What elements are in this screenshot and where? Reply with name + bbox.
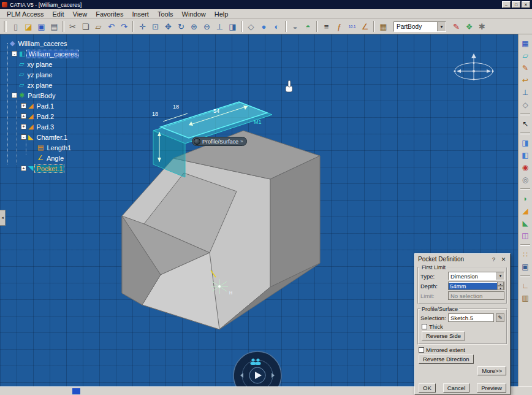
menu-insert[interactable]: Insert [127, 10, 153, 18]
formula-icon[interactable]: ƒ [333, 20, 346, 33]
tree-item-pocket-1[interactable]: +◥Pocket.1 [1, 163, 112, 174]
dimension-width-label[interactable]: 54 [213, 108, 219, 114]
spinner-down-icon[interactable]: ▾ [497, 286, 504, 290]
catalog-browser-icon[interactable]: ▥ [520, 293, 531, 304]
cancel-button[interactable]: Cancel [443, 383, 470, 393]
tree-item-partbody[interactable]: -✱PartBody [1, 90, 112, 101]
draft-angle-icon[interactable]: ◣ [520, 218, 531, 229]
reverse-side-button[interactable]: Reverse Side [422, 331, 465, 340]
tooltip-expand-icon[interactable]: » [240, 139, 243, 144]
measure-tool-icon[interactable]: ∟ [520, 280, 531, 291]
spinner-up-icon[interactable]: ▴ [497, 282, 504, 286]
open-folder-icon[interactable]: ◪ [22, 20, 35, 33]
zoom-out-icon[interactable]: ⊖ [200, 20, 213, 33]
apply-material-icon[interactable]: ❖ [463, 20, 476, 33]
panel-collapse-handle[interactable]: ◂ [0, 210, 6, 226]
dimension-left-label[interactable]: 18 [152, 111, 158, 117]
paste-icon[interactable]: ▱ [92, 20, 105, 33]
fillet-tool-icon[interactable]: ◗ [520, 193, 531, 204]
type-dropdown[interactable]: Dimension ▾ [448, 272, 504, 280]
partbody-combobox[interactable]: PartBody ▾ [393, 21, 446, 32]
pan-icon[interactable]: ✥ [162, 20, 175, 33]
tree-item-pad-1[interactable]: +◢Pad.1 [1, 101, 112, 111]
tree-item-xy-plane[interactable]: ▱xy plane [1, 59, 112, 69]
dialog-help-button[interactable]: ? [490, 256, 497, 263]
menu-help[interactable]: Help [210, 10, 233, 18]
chamfer-tool-icon[interactable]: ◢ [520, 205, 531, 217]
zoom-in-icon[interactable]: ⊕ [188, 20, 200, 33]
toolbar-drag-handle[interactable] [4, 21, 7, 32]
rotate-icon[interactable]: ↻ [175, 20, 188, 33]
expand-icon[interactable]: + [21, 113, 26, 119]
sketch-edit-icon[interactable]: ✎ [496, 313, 504, 322]
expand-icon[interactable]: + [21, 124, 26, 129]
expand-icon[interactable]: + [21, 166, 26, 171]
menu-favorites[interactable]: Favorites [91, 10, 127, 18]
collapse-icon[interactable]: - [12, 93, 17, 98]
datum-plane-icon[interactable]: ▱ [520, 50, 531, 61]
exit-workbench-icon[interactable]: ↩ [520, 75, 531, 86]
chevron-down-icon[interactable]: ▾ [496, 272, 504, 280]
depth-input[interactable]: 54mm ▴ ▾ [448, 282, 504, 290]
view-compass-icon[interactable] [454, 53, 493, 80]
selection-field[interactable]: Sketch.5 [448, 313, 494, 322]
maximize-button[interactable]: □ [512, 1, 520, 8]
limit-tag-label[interactable]: M1 [254, 119, 262, 125]
pad-tool-icon[interactable]: ◨ [520, 137, 531, 148]
tree-item-zx-plane[interactable]: ▱zx plane [1, 80, 112, 90]
dialog-title-bar[interactable]: Pocket Definition ? ✕ [417, 255, 507, 264]
tree-item-william-caceres[interactable]: -◧William_caceres [1, 48, 112, 59]
specification-graph-icon[interactable]: ≡ [320, 20, 333, 33]
tree-item-yz-plane[interactable]: ▱yz plane [1, 69, 112, 80]
cut-icon[interactable]: ✂ [66, 20, 79, 33]
dimension-top-label[interactable]: 18 [173, 104, 179, 110]
dialog-close-button[interactable]: ✕ [500, 256, 507, 263]
catalog-icon[interactable]: ▦ [377, 20, 390, 33]
thick-checkbox[interactable] [422, 324, 427, 329]
shell-tool-icon[interactable]: ◫ [520, 230, 531, 241]
hide-show-icon[interactable]: ◒ [289, 20, 302, 33]
shaded-edges-icon[interactable]: ◐ [270, 20, 283, 33]
new-document-icon[interactable]: ▯ [9, 20, 22, 33]
tree-item-angle[interactable]: ∠Angle [1, 153, 112, 163]
navigation-disc[interactable] [234, 351, 281, 386]
paint-properties-icon[interactable]: ✎ [450, 20, 463, 33]
reverse-direction-button[interactable]: Reverse Direction [419, 355, 474, 364]
tree-item-pad-2[interactable]: +◢Pad.2 [1, 111, 112, 121]
swap-visible-space-icon[interactable]: ◓ [302, 20, 314, 33]
print-icon[interactable]: ▤ [48, 20, 61, 33]
menu-view[interactable]: View [69, 10, 92, 18]
isometric-view-icon[interactable]: ▦ [520, 38, 531, 49]
tree-item-pad-3[interactable]: +◢Pad.3 [1, 121, 112, 132]
collapse-icon[interactable]: - [21, 134, 26, 140]
measure-angle-icon[interactable]: ∠ [359, 20, 371, 33]
chevron-down-icon[interactable]: ▾ [437, 22, 446, 31]
tree-item-william-caceres[interactable]: ◆William_caceres [1, 38, 112, 48]
sketcher-icon[interactable]: ✎ [520, 63, 531, 74]
shaft-tool-icon[interactable]: ◉ [520, 162, 531, 173]
shaded-view-icon[interactable]: ● [257, 20, 270, 33]
mirrored-extent-checkbox[interactable] [419, 347, 424, 353]
tree-item-length1[interactable]: ▤Length1 [1, 142, 112, 153]
wireframe-helper-icon[interactable]: ◇ [520, 99, 531, 110]
tree-item-chamfer-1[interactable]: -◣Chamfer.1 [1, 132, 112, 142]
normal-view-icon[interactable]: ⊥ [213, 20, 226, 33]
part-solid[interactable] [122, 131, 320, 329]
fit-all-icon[interactable]: ⊡ [149, 20, 162, 33]
copy-icon[interactable]: ❏ [79, 20, 92, 33]
fly-mode-icon[interactable]: ✛ [136, 20, 149, 33]
menu-tools[interactable]: Tools [153, 10, 178, 18]
pattern-tool-icon[interactable]: ∷ [520, 249, 531, 260]
pocket-tool-icon[interactable]: ◧ [520, 150, 531, 161]
options-icon[interactable]: ✱ [476, 20, 488, 33]
minimize-button[interactable]: – [502, 1, 511, 8]
save-icon[interactable]: ▣ [35, 20, 48, 33]
close-button[interactable]: ✕ [522, 1, 530, 8]
ok-button[interactable]: OK [419, 383, 436, 393]
menu-edit[interactable]: Edit [48, 10, 69, 18]
wireframe-icon[interactable]: ◇ [245, 20, 257, 33]
boolean-operations-icon[interactable]: ▣ [520, 261, 531, 272]
axis-system-icon[interactable]: ⊥ [520, 87, 531, 98]
menu-window[interactable]: Window [178, 10, 210, 18]
select-arrow-icon[interactable]: ↖ [520, 118, 531, 129]
